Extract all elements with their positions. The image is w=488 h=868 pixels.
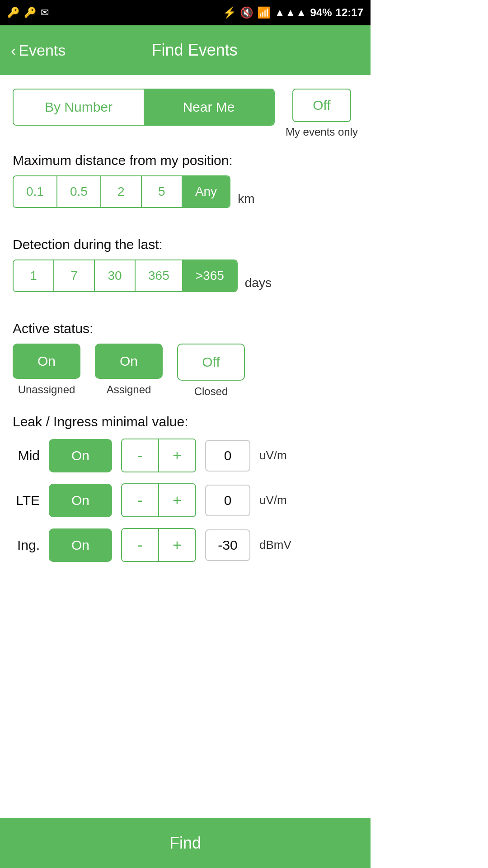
days-365[interactable]: 365 (136, 260, 183, 291)
mid-row: Mid On - + 0 uV/m (13, 439, 358, 472)
key2-icon: 🔑 (24, 7, 36, 19)
assigned-label: Assigned (107, 383, 151, 396)
lte-unit: uV/m (259, 493, 287, 507)
status-closed: Off Closed (177, 344, 245, 398)
ing-toggle[interactable]: On (49, 528, 112, 562)
max-distance-label: Maximum distance from my position: (13, 153, 358, 168)
distance-2[interactable]: 2 (101, 176, 142, 207)
distance-0.1[interactable]: 0.1 (14, 176, 57, 207)
days-30[interactable]: 30 (95, 260, 136, 291)
content-area: By Number Near Me Off My events only Max… (0, 75, 371, 868)
ing-stepper: - + (121, 528, 196, 562)
detection-last-row: 1 7 30 365 >365 days (13, 259, 358, 307)
my-events-toggle[interactable]: Off (292, 89, 351, 122)
active-status-label: Active status: (13, 321, 358, 336)
days-7[interactable]: 7 (54, 260, 95, 291)
lte-decrement[interactable]: - (122, 484, 158, 516)
unassigned-toggle[interactable]: On (13, 344, 80, 379)
mid-unit: uV/m (259, 448, 287, 462)
status-left-icons: 🔑 🔑 ✉ (7, 7, 49, 19)
leak-ingress-label: Leak / Ingress minimal value: (13, 414, 358, 429)
closed-label: Closed (194, 385, 228, 398)
unassigned-label: Unassigned (18, 383, 75, 396)
days-unit: days (245, 276, 272, 290)
assigned-toggle[interactable]: On (95, 344, 163, 379)
mid-toggle[interactable]: On (49, 439, 112, 472)
back-button[interactable]: ‹ Events (11, 42, 66, 59)
mail-icon: ✉ (41, 7, 49, 19)
closed-toggle[interactable]: Off (177, 344, 245, 381)
detection-last-label: Detection during the last: (13, 237, 358, 252)
distance-5[interactable]: 5 (142, 176, 183, 207)
ing-row: Ing. On - + -30 dBmV (13, 528, 358, 562)
find-button-bar[interactable]: Find (0, 818, 371, 868)
find-button-label: Find (169, 834, 201, 853)
mid-decrement[interactable]: - (122, 439, 158, 472)
lte-row: LTE On - + 0 uV/m (13, 483, 358, 517)
mid-increment[interactable]: + (159, 439, 195, 472)
search-type-row: By Number Near Me Off My events only (13, 89, 358, 138)
lte-type-label: LTE (13, 493, 40, 508)
status-unassigned: On Unassigned (13, 344, 80, 398)
search-toggle-group: By Number Near Me (13, 89, 275, 126)
active-status-row: On Unassigned On Assigned Off Closed (13, 344, 358, 398)
signal-icon: ▲▲▲ (274, 6, 306, 19)
wifi-icon: 📶 (257, 6, 271, 19)
days-btn-row: 1 7 30 365 >365 (13, 259, 238, 292)
ing-decrement[interactable]: - (122, 529, 158, 561)
near-me-button[interactable]: Near Me (144, 90, 274, 125)
distance-0.5[interactable]: 0.5 (57, 176, 101, 207)
ing-value: -30 (205, 529, 250, 561)
my-events-label: My events only (286, 126, 358, 138)
ing-increment[interactable]: + (159, 529, 195, 561)
max-distance-row: 0.1 0.5 2 5 Any km (13, 175, 358, 222)
mid-stepper: - + (121, 439, 196, 472)
header: ‹ Events Find Events (0, 25, 371, 75)
status-right-icons: ⚡ 🔇 📶 ▲▲▲ 94% 12:17 (223, 6, 363, 19)
days-gt365[interactable]: >365 (183, 260, 237, 291)
page-title: Find Events (66, 41, 324, 60)
lte-toggle[interactable]: On (49, 484, 112, 517)
chevron-left-icon: ‹ (11, 42, 16, 59)
distance-any[interactable]: Any (183, 176, 230, 207)
key-icon: 🔑 (7, 7, 19, 19)
distance-btn-row: 0.1 0.5 2 5 Any (13, 175, 230, 208)
mid-value: 0 (205, 440, 250, 472)
ing-type-label: Ing. (13, 538, 40, 553)
days-1[interactable]: 1 (14, 260, 54, 291)
lte-value: 0 (205, 485, 250, 516)
lte-increment[interactable]: + (159, 484, 195, 516)
by-number-button[interactable]: By Number (14, 90, 144, 125)
time-display: 12:17 (336, 6, 363, 19)
vibrate-icon: 🔇 (240, 6, 253, 19)
mid-type-label: Mid (13, 448, 40, 463)
lte-stepper: - + (121, 483, 196, 517)
status-assigned: On Assigned (95, 344, 163, 398)
back-label: Events (19, 42, 66, 59)
bluetooth-icon: ⚡ (223, 6, 236, 19)
status-bar: 🔑 🔑 ✉ ⚡ 🔇 📶 ▲▲▲ 94% 12:17 (0, 0, 371, 25)
distance-unit: km (238, 192, 254, 206)
battery-level: 94% (310, 6, 332, 19)
ing-unit: dBmV (259, 538, 291, 552)
my-events-col: Off My events only (286, 89, 358, 138)
